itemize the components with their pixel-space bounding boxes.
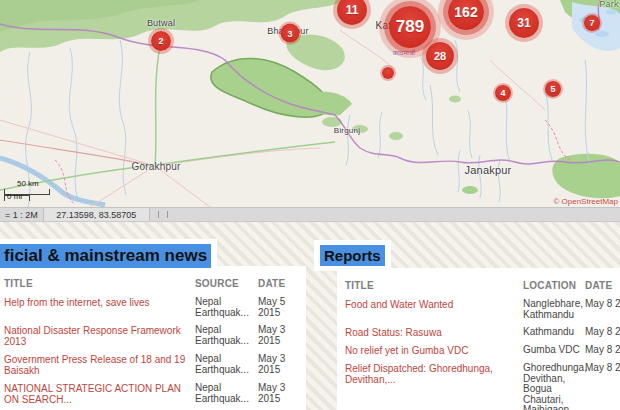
news-source: Nepal Earthquak... xyxy=(195,294,258,322)
reports-title-link[interactable]: No relief yet in Gumba VDC xyxy=(345,345,468,356)
news-title-link[interactable]: Help from the internet, save lives xyxy=(4,297,150,308)
reports-location: Kathmandu xyxy=(523,324,585,342)
map-cluster-4[interactable]: 4 xyxy=(495,85,511,101)
news-date: May 3 2015 xyxy=(258,351,306,380)
map-place-label: Janakpur xyxy=(465,164,512,176)
news-date: May 5 2015 xyxy=(258,294,306,322)
reports-date: May 8 2015 xyxy=(585,360,620,410)
news-source: Nepal Earthquak... xyxy=(195,380,258,409)
page-body: ficial & mainstream news Reports TITLE S… xyxy=(0,222,620,410)
reports-location: Nanglebhare, Kathmandu xyxy=(523,296,585,324)
news-row: Government Press Release of 18 and 19 Ba… xyxy=(4,351,306,380)
scale-mi-bar: 0 mi xyxy=(4,195,30,201)
map-coordinates: 27.13598, 83.58705 xyxy=(43,208,150,221)
news-title-link[interactable]: NATIONAL STRATEGIC ACTION PLAN ON SEARCH… xyxy=(4,383,181,405)
news-title-link[interactable]: Government Press Release of 18 and 19 Ba… xyxy=(4,354,185,376)
reports-row: No relief yet in Gumba VDCGumba VDCMay 8… xyxy=(345,342,620,360)
statusbar-tick xyxy=(158,211,159,218)
reports-location: Ghoredhunga, Devithan, Bogua Chautari, M… xyxy=(523,360,585,410)
map-cluster-5[interactable]: 5 xyxy=(545,81,561,97)
news-panel: TITLE SOURCE DATE Help from the internet… xyxy=(0,266,306,410)
quakemap-screen: ButwalBharatpurKathmanduParkकाठमाडौंBirg… xyxy=(0,0,620,410)
map-place-label: काठमाडौं xyxy=(393,49,415,57)
map-place-label: Gorakhpur xyxy=(131,161,180,172)
reports-panel: TITLE LOCATION DATE Food and Water Wante… xyxy=(337,268,620,410)
reports-section-header: Reports xyxy=(314,240,391,271)
map-scale-ratio: = 1 : 2M xyxy=(0,210,43,220)
news-section-title: ficial & mainstream news xyxy=(0,244,211,268)
map-attribution-link[interactable]: © OpenStreetMap xyxy=(553,197,618,206)
reports-date: May 8 2015 xyxy=(585,342,620,360)
map-place-label: Birgunj xyxy=(334,126,360,135)
reports-title-link[interactable]: Food and Water Wanted xyxy=(345,299,453,310)
reports-location: Gumba VDC xyxy=(523,342,585,360)
reports-title-link[interactable]: Relief Dispatched: Ghoredhunga, Devithan… xyxy=(345,363,493,385)
reports-col-title: TITLE xyxy=(345,268,523,296)
news-section-header: ficial & mainstream news xyxy=(0,239,217,273)
news-col-date: DATE xyxy=(258,266,306,294)
map-place-label: Butwal xyxy=(147,18,175,28)
map-cluster-7[interactable]: 7 xyxy=(584,15,600,31)
reports-table: TITLE LOCATION DATE Food and Water Wante… xyxy=(345,268,620,410)
map-cluster-789[interactable]: 789 xyxy=(389,6,431,48)
scale-mi-label: 0 mi xyxy=(7,192,22,201)
reports-date: May 8 2015 xyxy=(585,296,620,324)
news-title-link[interactable]: National Disaster Response Framework 201… xyxy=(4,325,181,347)
map-scale-control: 50 km 0 mi xyxy=(4,189,50,201)
map-place-label: Park xyxy=(599,0,618,9)
scale-km-label: 50 km xyxy=(17,179,39,188)
map-cluster-dot[interactable] xyxy=(382,67,394,79)
news-source: Nepal Earthquak... xyxy=(195,322,258,351)
map-cluster-31[interactable]: 31 xyxy=(509,8,539,38)
reports-col-date: DATE xyxy=(585,268,620,296)
reports-row: Road Status: RasuwaKathmanduMay 8 2015 xyxy=(345,324,620,342)
reports-row: Food and Water WantedNanglebhare, Kathma… xyxy=(345,296,620,324)
map-canvas[interactable]: ButwalBharatpurKathmanduParkकाठमाडौंBirg… xyxy=(0,0,620,207)
reports-row: Relief Dispatched: Ghoredhunga, Devithan… xyxy=(345,360,620,410)
news-row: National Disaster Response Framework 201… xyxy=(4,322,306,351)
reports-title-link[interactable]: Road Status: Rasuwa xyxy=(345,327,442,338)
map-cluster-2[interactable]: 2 xyxy=(151,31,171,51)
news-row: Help from the internet, save livesNepal … xyxy=(4,294,306,322)
map-cluster-28[interactable]: 28 xyxy=(426,42,454,70)
news-table: TITLE SOURCE DATE Help from the internet… xyxy=(4,266,306,410)
news-date: May 3 2015 xyxy=(258,380,306,409)
statusbar-tick xyxy=(167,211,168,218)
map-cluster-3[interactable]: 3 xyxy=(281,24,300,43)
news-source: Nepal Earthquak... xyxy=(195,351,258,380)
news-row: NATIONAL STRATEGIC ACTION PLAN ON SEARCH… xyxy=(4,380,306,409)
reports-col-location: LOCATION xyxy=(523,268,585,296)
reports-section-title: Reports xyxy=(320,245,385,266)
reports-date: May 8 2015 xyxy=(585,324,620,342)
news-date: May 3 2015 xyxy=(258,322,306,351)
map-status-bar: = 1 : 2M 27.13598, 83.58705 xyxy=(0,207,620,222)
